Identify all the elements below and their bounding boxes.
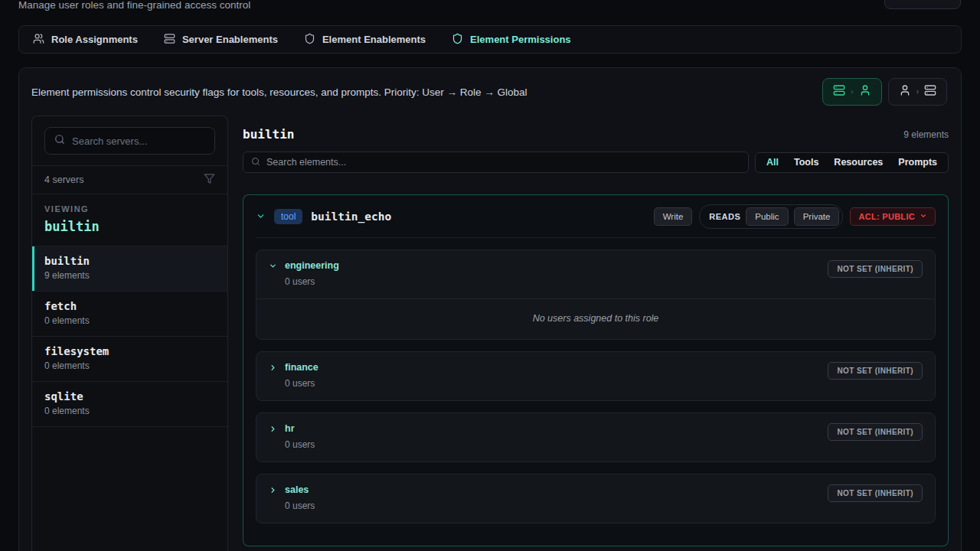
top-right-button[interactable] [884, 0, 961, 9]
chevron-right-icon[interactable] [269, 364, 277, 372]
toggle-server-to-user[interactable]: › [822, 78, 881, 106]
viewing-block: VIEWING builtin [32, 194, 227, 246]
chevron-down-icon [920, 212, 927, 221]
chevron-down-icon[interactable] [269, 262, 277, 270]
element-type-filter: All Tools Resources Prompts [755, 152, 949, 173]
tab-role-assignments[interactable]: Role Assignments [33, 33, 138, 47]
server-icon [924, 84, 936, 99]
elements-search-input[interactable] [266, 157, 740, 168]
reads-public-button[interactable]: Public [746, 207, 788, 226]
role-user-count: 0 users [285, 439, 923, 450]
reads-label: READS [709, 212, 740, 221]
page-subtitle: Manage user roles and fine-grained acces… [18, 0, 250, 11]
view-mode-toggles: › › [822, 78, 947, 106]
server-icon [833, 84, 845, 99]
panel-element-count: 9 elements [903, 129, 949, 140]
chevron-right-icon[interactable] [269, 425, 277, 433]
chevron-right-icon: › [851, 88, 853, 96]
filter-tools[interactable]: Tools [786, 154, 826, 171]
viewing-label: VIEWING [44, 204, 215, 214]
role-card-engineering: engineering 0 users NOT SET (INHERIT) No… [256, 249, 936, 340]
server-item-builtin[interactable]: builtin 9 elements [32, 246, 227, 292]
tab-label: Element Enablements [322, 34, 426, 45]
role-user-count: 0 users [285, 276, 923, 287]
acl-dropdown[interactable]: ACL: PUBLIC [850, 207, 936, 226]
role-name: hr [285, 423, 295, 434]
server-sidebar: 4 servers VIEWING builtin builtin 9 elem… [31, 116, 228, 551]
server-element-count: 0 elements [44, 406, 215, 416]
server-name: fetch [44, 300, 215, 312]
panel-title: builtin [243, 127, 294, 142]
server-element-count: 0 elements [44, 315, 215, 326]
filter-prompts[interactable]: Prompts [890, 154, 945, 171]
acl-label: ACL: PUBLIC [858, 212, 915, 221]
elements-search[interactable] [243, 152, 749, 173]
search-icon [54, 134, 65, 148]
elements-panel: builtin 9 elements All Tools Resources P… [243, 116, 949, 551]
chevron-right-icon: › [916, 88, 919, 96]
role-card-finance: finance 0 users NOT SET (INHERIT) [256, 351, 936, 401]
tab-label: Role Assignments [51, 34, 138, 45]
role-permission-badge[interactable]: NOT SET (INHERIT) [828, 423, 923, 441]
server-name: sqlite [44, 390, 215, 403]
element-card-builtin-echo: tool builtin_echo Write READS Public Pri… [243, 194, 949, 546]
write-button[interactable]: Write [654, 207, 693, 226]
toggle-user-to-server[interactable]: › [888, 78, 947, 106]
tab-element-enablements[interactable]: Element Enablements [304, 33, 426, 47]
server-icon [164, 33, 175, 47]
shield-icon [304, 33, 315, 47]
user-icon [899, 84, 911, 99]
element-type-badge: tool [274, 209, 302, 224]
server-name: builtin [44, 255, 215, 267]
server-element-count: 9 elements [44, 270, 215, 281]
roles-list: engineering 0 users NOT SET (INHERIT) No… [243, 238, 948, 536]
filter-resources[interactable]: Resources [826, 154, 890, 171]
tab-server-enablements[interactable]: Server Enablements [164, 33, 278, 47]
users-icon [33, 33, 44, 47]
shield-icon [452, 33, 463, 47]
role-permission-badge[interactable]: NOT SET (INHERIT) [828, 362, 923, 380]
filter-icon[interactable] [204, 173, 215, 187]
server-item-filesystem[interactable]: filesystem 0 elements [32, 337, 227, 382]
server-name: filesystem [44, 345, 215, 357]
server-count-row: 4 servers [32, 165, 227, 194]
server-item-fetch[interactable]: fetch 0 elements [32, 292, 227, 337]
banner-description: Element permissions control security fla… [31, 86, 528, 98]
reads-group: READS Public Private [699, 204, 843, 229]
role-card-sales: sales 0 users NOT SET (INHERIT) [256, 474, 936, 523]
role-empty-state: No users assigned to this role [256, 298, 935, 339]
role-user-count: 0 users [285, 500, 923, 511]
tab-element-permissions[interactable]: Element Permissions [452, 33, 571, 47]
server-search[interactable] [44, 127, 215, 155]
chevron-right-icon[interactable] [269, 486, 277, 494]
reads-private-button[interactable]: Private [794, 207, 840, 226]
role-name: engineering [285, 260, 339, 271]
role-name: finance [285, 362, 318, 373]
role-user-count: 0 users [285, 378, 923, 389]
chevron-down-icon[interactable] [256, 211, 266, 221]
role-permission-badge[interactable]: NOT SET (INHERIT) [828, 484, 923, 502]
server-search-input[interactable] [72, 135, 205, 147]
role-card-hr: hr 0 users NOT SET (INHERIT) [256, 412, 936, 462]
element-permissions-panel: Element permissions control security fla… [18, 67, 962, 551]
tab-bar: Role Assignments Server Enablements Elem… [18, 25, 962, 54]
server-item-sqlite[interactable]: sqlite 0 elements [32, 382, 227, 427]
filter-all[interactable]: All [759, 154, 786, 171]
user-icon [859, 84, 871, 99]
tab-label: Element Permissions [470, 34, 571, 45]
server-count-label: 4 servers [44, 174, 83, 185]
server-element-count: 0 elements [44, 360, 215, 371]
role-permission-badge[interactable]: NOT SET (INHERIT) [828, 260, 923, 278]
tab-label: Server Enablements [182, 34, 278, 45]
element-name: builtin_echo [311, 210, 391, 223]
viewing-server-name: builtin [44, 219, 215, 234]
search-icon [251, 155, 260, 169]
role-name: sales [285, 484, 309, 495]
info-banner: Element permissions control security fla… [19, 68, 961, 116]
